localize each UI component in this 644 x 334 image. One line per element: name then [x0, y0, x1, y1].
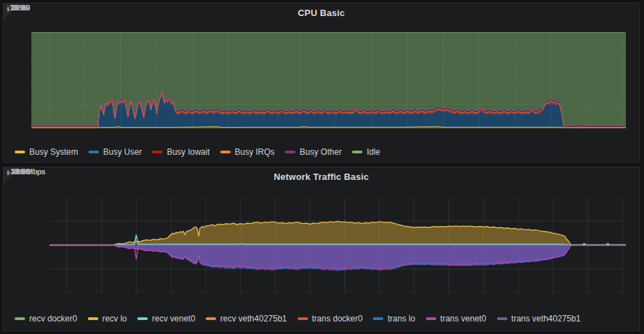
legend-item-trans-lo[interactable]: trans lo: [373, 314, 415, 324]
panel-title-network[interactable]: Network Traffic Basic: [3, 172, 639, 182]
legend-label: Busy User: [103, 147, 141, 157]
legend-swatch-recv-docker0: [15, 317, 25, 320]
legend-swatch-trans-lo: [373, 317, 383, 320]
legend-swatch-busy-iowait: [152, 151, 162, 153]
legend-label: Busy IRQs: [235, 147, 275, 157]
legend-swatch-trans-veth40275b1: [497, 317, 507, 320]
legend-swatch-busy-system: [15, 151, 25, 153]
legend-swatch-trans-docker0: [298, 317, 308, 320]
legend-label: recv lo: [102, 314, 127, 324]
legend-label: trans docker0: [312, 314, 363, 324]
legend-label: Busy System: [29, 147, 78, 157]
legend-label: recv venet0: [152, 314, 195, 324]
legend-item-busy-irqs[interactable]: Busy IRQs: [220, 147, 275, 157]
legend-swatch-recv-venet0: [137, 317, 148, 320]
legend-item-recv-lo[interactable]: recv lo: [88, 314, 127, 324]
panel-title-cpu[interactable]: CPU Basic: [3, 8, 639, 18]
network-traffic-panel: i Network Traffic Basic 100 Mbps50 Mbps0…: [3, 167, 640, 331]
legend-swatch-busy-user: [89, 151, 99, 153]
legend-item-recv-docker0[interactable]: recv docker0: [15, 314, 77, 324]
legend-swatch-trans-venet0: [426, 317, 436, 320]
network-chart[interactable]: [49, 197, 626, 293]
cpu-basic-panel: i CPU Basic 100%75%50%25%0%17:3017:4017:…: [3, 3, 640, 162]
legend-item-trans-veth40275b1[interactable]: trans veth40275b1: [497, 314, 581, 324]
legend-item-busy-other[interactable]: Busy Other: [285, 147, 342, 157]
legend-swatch-idle: [352, 151, 362, 153]
x-axis-tick-label: 20:10: [3, 3, 37, 12]
cpu-legend: Busy SystemBusy UserBusy IowaitBusy IRQs…: [15, 147, 381, 157]
cpu-chart[interactable]: [31, 32, 626, 128]
legend-item-trans-venet0[interactable]: trans venet0: [426, 314, 486, 324]
legend-swatch-busy-irqs: [220, 151, 231, 153]
legend-label: recv veth40275b1: [220, 314, 286, 324]
legend-label: Busy Iowait: [167, 147, 209, 157]
grafana-dashboard: { "page": {"bg": "#131314"}, "panels": […: [0, 0, 644, 334]
legend-item-busy-user[interactable]: Busy User: [89, 147, 141, 157]
legend-swatch-recv-lo: [88, 317, 98, 320]
legend-item-recv-veth40275b1[interactable]: recv veth40275b1: [206, 314, 286, 324]
network-legend: recv docker0recv lorecv venet0recv veth4…: [15, 314, 581, 324]
legend-item-busy-iowait[interactable]: Busy Iowait: [152, 147, 209, 157]
legend-label: trans lo: [388, 314, 415, 324]
legend-label: Idle: [367, 147, 380, 157]
legend-label: trans veth40275b1: [512, 314, 581, 324]
x-axis-tick-label: 20:10: [3, 167, 37, 176]
legend-item-trans-docker0[interactable]: trans docker0: [298, 314, 363, 324]
legend-swatch-busy-other: [285, 151, 296, 153]
legend-label: Busy Other: [300, 147, 342, 157]
legend-item-idle[interactable]: Idle: [352, 147, 380, 157]
legend-swatch-recv-veth40275b1: [206, 317, 216, 320]
legend-label: trans venet0: [440, 314, 486, 324]
legend-label: recv docker0: [29, 314, 77, 324]
legend-item-recv-venet0[interactable]: recv venet0: [137, 314, 195, 324]
legend-item-busy-system[interactable]: Busy System: [15, 147, 78, 157]
